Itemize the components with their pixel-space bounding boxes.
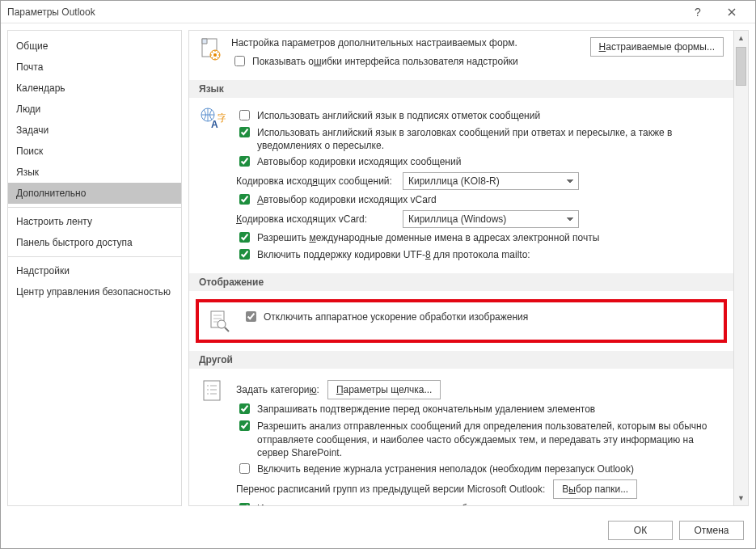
svg-point-7 xyxy=(218,320,226,328)
magnifier-doc-icon xyxy=(205,307,233,335)
lbl-eng-signatures: Использовать английский язык в подписях … xyxy=(257,109,724,122)
options-dialog: Параметры Outlook ? Общие Почта Календар… xyxy=(0,0,756,549)
lbl-set-category: Задать категорию: xyxy=(236,384,319,395)
btn-click-params[interactable]: Параметры щелчка... xyxy=(327,380,441,399)
cb-idn[interactable] xyxy=(239,232,250,243)
nav-language[interactable]: Язык xyxy=(8,162,181,183)
nav-mail[interactable]: Почта xyxy=(8,57,181,78)
nav-ribbon[interactable]: Настроить ленту xyxy=(8,211,181,232)
dialog-footer: ОК Отмена xyxy=(1,513,755,548)
section-other: Другой xyxy=(189,351,733,369)
nav-trust[interactable]: Центр управления безопасностью xyxy=(8,281,181,302)
lbl-auto-vcard: Автовыбор кодировки исходящих vCard xyxy=(257,193,724,206)
nav-calendar[interactable]: Календарь xyxy=(8,78,181,99)
lbl-enc-out: Кодировка исходящих сообщений: xyxy=(236,175,395,187)
close-button[interactable] xyxy=(715,1,749,23)
custom-forms-row: Настройка параметров дополнительных наст… xyxy=(199,37,724,72)
content-pane: Настройка параметров дополнительных наст… xyxy=(188,30,734,506)
svg-rect-8 xyxy=(204,381,220,400)
scroll-thumb[interactable] xyxy=(736,47,746,86)
cancel-button[interactable]: Отмена xyxy=(679,521,744,540)
lbl-analyze-sent: Разрешить анализ отправленных сообщений … xyxy=(257,420,724,459)
nav-search[interactable]: Поиск xyxy=(8,141,181,162)
nav-advanced[interactable]: Дополнительно xyxy=(8,183,181,204)
lbl-anim-expand: Использовать анимацию при развертывании … xyxy=(257,502,724,506)
lbl-confirm-delete: Запрашивать подтверждение перед окончате… xyxy=(257,403,724,416)
scroll-up-icon[interactable]: ▲ xyxy=(734,31,748,45)
cb-troubleshoot-log[interactable] xyxy=(239,463,250,474)
lbl-eng-headers: Использовать английский язык в заголовка… xyxy=(257,126,724,152)
lbl-enc-vcard: Кодировка исходящих vCard: xyxy=(236,213,395,225)
language-icon: A 字 xyxy=(199,106,226,133)
list-doc-icon xyxy=(199,377,226,404)
scroll-down-icon[interactable]: ▼ xyxy=(734,491,748,505)
vertical-scrollbar[interactable]: ▲ ▼ xyxy=(734,30,749,506)
lbl-auto-enc-out: Автовыбор кодировки исходящих сообщений xyxy=(257,155,724,168)
custom-forms-heading: Настройка параметров дополнительных наст… xyxy=(231,37,582,49)
category-sidebar: Общие Почта Календарь Люди Задачи Поиск … xyxy=(7,30,182,506)
cb-anim-expand[interactable] xyxy=(239,503,250,506)
cb-eng-signatures[interactable] xyxy=(239,110,250,120)
section-display: Отображение xyxy=(189,273,733,291)
lbl-utf8: Включить поддержку кодировки UTF-8 для п… xyxy=(257,248,724,261)
custom-forms-button[interactable]: Настраиваемые формы... xyxy=(590,37,724,57)
dialog-body: Общие Почта Календарь Люди Задачи Поиск … xyxy=(1,23,755,513)
lbl-group-sched: Перенос расписаний групп из предыдущей в… xyxy=(236,484,545,495)
cb-auto-enc-out[interactable] xyxy=(239,156,250,167)
form-gear-icon xyxy=(199,37,223,61)
nav-addins[interactable]: Надстройки xyxy=(8,260,181,281)
sidebar-sep-1 xyxy=(8,207,181,208)
select-enc-vcard[interactable]: Кириллица (Windows) xyxy=(403,210,579,228)
content-wrap: Настройка параметров дополнительных наст… xyxy=(188,30,749,506)
label-show-addin-errors: Показывать ошибки интерфейса пользовател… xyxy=(252,55,582,68)
sidebar-sep-2 xyxy=(8,256,181,257)
cb-disable-hw-accel[interactable] xyxy=(246,311,256,322)
title-bar: Параметры Outlook ? xyxy=(1,1,755,23)
select-enc-out[interactable]: Кириллица (KOI8-R) xyxy=(403,172,579,190)
cb-auto-vcard[interactable] xyxy=(239,194,250,205)
checkbox-show-addin-errors[interactable] xyxy=(234,56,245,66)
window-title: Параметры Outlook xyxy=(7,6,681,18)
nav-general[interactable]: Общие xyxy=(8,36,181,57)
cb-eng-headers[interactable] xyxy=(239,127,250,137)
cb-confirm-delete[interactable] xyxy=(239,403,250,414)
lbl-disable-hw-accel: Отключить аппаратное ускорение обработки… xyxy=(264,310,717,323)
svg-text:字: 字 xyxy=(218,112,226,124)
cb-utf8[interactable] xyxy=(239,249,250,260)
section-language: Язык xyxy=(189,80,733,98)
help-button[interactable]: ? xyxy=(681,1,715,23)
nav-qat[interactable]: Панель быстрого доступа xyxy=(8,232,181,253)
cb-analyze-sent[interactable] xyxy=(239,420,250,431)
svg-point-2 xyxy=(213,53,217,57)
nav-tasks[interactable]: Задачи xyxy=(8,120,181,141)
nav-people[interactable]: Люди xyxy=(8,99,181,120)
close-icon xyxy=(728,8,736,16)
lbl-idn: Разрешить международные доменные имена в… xyxy=(257,231,724,244)
ok-button[interactable]: ОК xyxy=(608,521,673,540)
btn-select-folder[interactable]: Выбор папки... xyxy=(553,479,637,499)
lbl-troubleshoot-log: Включить ведение журнала устранения непо… xyxy=(257,462,724,475)
highlight-box: Отключить аппаратное ускорение обработки… xyxy=(196,299,727,343)
